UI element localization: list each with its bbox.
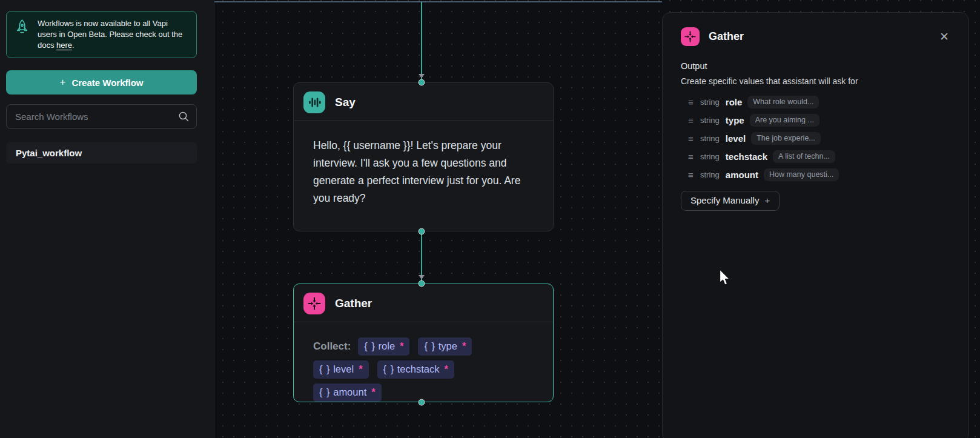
offscreen-node-edge — [214, 1, 662, 2]
drag-handle-icon[interactable]: ≡ — [688, 115, 700, 125]
field-row-amount[interactable]: ≡ string amount How many questi... — [688, 165, 950, 184]
collect-label: Collect: — [313, 340, 351, 352]
docs-link[interactable]: here — [56, 41, 72, 50]
search-input[interactable] — [6, 104, 197, 129]
search-workflows — [6, 104, 197, 129]
workflow-list-item[interactable]: Pytai_workflow — [6, 142, 197, 164]
field-name: role — [726, 97, 743, 107]
node-gather[interactable]: Gather Collect:{ } role*{ } type*{ } lev… — [293, 284, 554, 402]
gather-source-handle[interactable] — [419, 399, 425, 406]
field-type: string — [700, 170, 720, 179]
drag-handle-icon[interactable]: ≡ — [688, 151, 700, 162]
collect-chip-amount[interactable]: { } amount* — [313, 383, 382, 402]
gather-node-body: Collect:{ } role*{ } type*{ } level*{ } … — [294, 322, 553, 404]
field-type: string — [700, 98, 720, 107]
output-section-subtitle: Create specific values that assistant wi… — [681, 76, 950, 86]
arrows-converge-icon — [303, 293, 325, 314]
field-row-techstack[interactable]: ≡ string techstack A list of techn... — [688, 147, 950, 165]
drag-handle-icon[interactable]: ≡ — [688, 133, 700, 144]
panel-title: Gather — [709, 30, 744, 43]
say-node-message: Hello, {{ username }}! Let's prepare you… — [294, 121, 553, 207]
say-node-title: Say — [335, 96, 356, 109]
collect-chip-level[interactable]: { } level* — [313, 360, 369, 379]
field-row-role[interactable]: ≡ string role What role would... — [688, 93, 950, 111]
field-description: How many questi... — [764, 168, 839, 181]
field-name: techstack — [726, 151, 767, 162]
arrows-converge-icon — [681, 27, 700, 46]
collect-chip-type[interactable]: { } type* — [418, 337, 472, 356]
edge-arrowhead-icon — [419, 275, 425, 279]
close-icon[interactable]: ✕ — [938, 30, 950, 44]
create-workflow-button[interactable]: + Create Workflow — [6, 70, 197, 95]
rocket-icon — [14, 18, 30, 41]
waveform-icon — [303, 91, 325, 113]
field-row-level[interactable]: ≡ string level The job experie... — [688, 129, 950, 147]
edge-arrowhead-icon — [419, 74, 425, 78]
output-field-list: ≡ string role What role would... ≡ strin… — [681, 93, 950, 184]
output-section-label: Output — [681, 61, 950, 71]
field-name: amount — [726, 170, 758, 180]
edge-say-to-gather — [421, 234, 422, 281]
panel-header: Gather ✕ — [681, 27, 950, 46]
field-description: What role would... — [747, 96, 819, 108]
sidebar: Workflows is now available to all Vapi u… — [0, 0, 214, 438]
say-source-handle[interactable] — [419, 228, 425, 235]
field-name: level — [726, 133, 746, 144]
field-description: A list of techn... — [773, 150, 835, 163]
field-name: type — [726, 115, 744, 125]
plus-icon: + — [764, 195, 770, 205]
field-type: string — [700, 116, 720, 125]
gather-details-panel: Gather ✕ Output Create specific values t… — [662, 12, 969, 438]
create-workflow-label: Create Workflow — [71, 78, 143, 88]
field-row-type[interactable]: ≡ string type Are you aiming ... — [688, 111, 950, 129]
gather-node-header: Gather — [294, 284, 553, 322]
plus-icon: + — [59, 76, 65, 88]
say-target-handle[interactable] — [419, 79, 425, 86]
specify-manually-button[interactable]: Specify Manually + — [681, 191, 780, 211]
collect-chip-role[interactable]: { } role* — [358, 337, 409, 356]
search-icon — [178, 111, 190, 125]
gather-node-title: Gather — [335, 297, 372, 310]
field-description: The job experie... — [751, 132, 821, 145]
specify-manually-label: Specify Manually — [690, 195, 759, 205]
say-node-header: Say — [294, 83, 553, 121]
field-description: Are you aiming ... — [750, 114, 819, 127]
announcement-banner: Workflows is now available to all Vapi u… — [6, 11, 197, 58]
edge-start-to-say — [421, 2, 422, 80]
gather-target-handle[interactable] — [419, 280, 425, 287]
drag-handle-icon[interactable]: ≡ — [688, 97, 700, 107]
field-type: string — [700, 152, 720, 161]
collect-chip-techstack[interactable]: { } techstack* — [377, 360, 454, 379]
field-type: string — [700, 134, 720, 143]
drag-handle-icon[interactable]: ≡ — [688, 170, 700, 180]
node-say[interactable]: Say Hello, {{ username }}! Let's prepare… — [293, 82, 554, 231]
banner-text: Workflows is now available to all Vapi u… — [38, 18, 189, 51]
